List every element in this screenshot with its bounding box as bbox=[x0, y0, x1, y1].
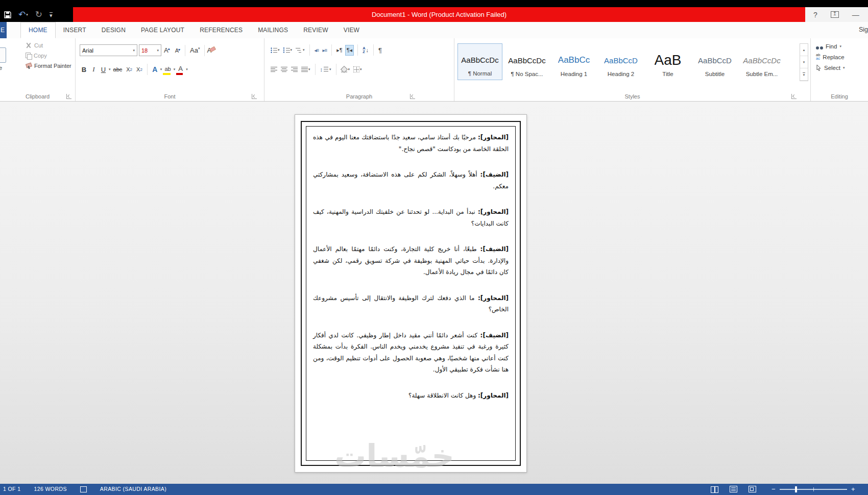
align-left-button[interactable] bbox=[270, 64, 278, 75]
clear-formatting-button[interactable]: A bbox=[207, 46, 211, 54]
paste-label-partial[interactable]: e bbox=[0, 65, 2, 71]
font-size-select[interactable]: 18▾ bbox=[139, 44, 161, 56]
doc-paragraph[interactable]: [الضيف]: كنت أشعر دائمًا أنني مقيد داخل … bbox=[313, 330, 509, 376]
font-color-dropdown-icon[interactable]: ▾ bbox=[186, 67, 188, 71]
format-painter-button[interactable]: Format Painter bbox=[26, 63, 71, 69]
help-button[interactable]: ? bbox=[813, 11, 817, 18]
minimize-button[interactable]: — bbox=[852, 11, 859, 18]
bold-button[interactable]: B bbox=[80, 64, 88, 75]
styles-scroll-up-icon[interactable]: ▲ bbox=[800, 44, 808, 56]
font-name-select[interactable]: Arial▾ bbox=[80, 44, 137, 56]
doc-paragraph[interactable]: [الضيف]: أهلاً وسهلاً، الشكر لكم على هذه… bbox=[313, 169, 509, 192]
style-subtle-emphasis[interactable]: AaBbCcDcSubtle Em... bbox=[739, 43, 784, 80]
page-border-outer: [المحاور]: مرحبًا بك أستاذ سامي، سعيد جد… bbox=[301, 121, 521, 466]
subscript-button[interactable]: X2 bbox=[125, 64, 134, 75]
text-effects-button[interactable]: A bbox=[151, 64, 159, 75]
undo-button[interactable]: ↶▾ bbox=[18, 10, 28, 19]
doc-paragraph[interactable]: [المحاور]: مرحبًا بك أستاذ سامي، سعيد جد… bbox=[313, 132, 509, 155]
change-case-button[interactable]: Aa▾ bbox=[187, 46, 202, 54]
format-painter-label: Format Painter bbox=[34, 63, 71, 69]
style-title[interactable]: AaBTitle bbox=[645, 43, 690, 80]
style-sample: AaBbCcD bbox=[604, 51, 638, 70]
highlight-button[interactable]: ab bbox=[163, 64, 172, 75]
zoom-out-button[interactable]: − bbox=[771, 485, 776, 493]
tab-home[interactable]: HOME bbox=[20, 22, 56, 38]
zoom-slider[interactable] bbox=[780, 489, 847, 490]
line-spacing-button[interactable]: ↕▾ bbox=[319, 64, 332, 75]
paste-icon[interactable] bbox=[0, 47, 6, 63]
proofing-status-icon[interactable] bbox=[80, 486, 87, 492]
tab-view[interactable]: VIEW bbox=[336, 22, 367, 38]
show-hide-marks-button[interactable]: ¶ bbox=[377, 45, 383, 56]
superscript-button[interactable]: X2 bbox=[135, 64, 144, 75]
doc-paragraph[interactable]: [الضيف]: طبعًا، أنا خريج كلية التجارة، و… bbox=[313, 243, 509, 278]
copy-button[interactable]: Copy bbox=[26, 53, 71, 59]
numbering-button[interactable]: ▾ bbox=[282, 45, 294, 56]
underline-dropdown-icon[interactable]: ▾ bbox=[109, 67, 111, 71]
tab-design[interactable]: DESIGN bbox=[94, 22, 133, 38]
sort-button[interactable]: AZ↓ bbox=[361, 45, 370, 56]
doc-paragraph[interactable]: [المحاور]: وهل كانت الانطلاقة سهلة؟ bbox=[313, 390, 509, 402]
multilevel-list-button[interactable]: ▾ bbox=[295, 45, 306, 56]
text-effects-dropdown-icon[interactable]: ▾ bbox=[160, 67, 162, 71]
underline-button[interactable]: U bbox=[99, 64, 108, 75]
zoom-control: − + bbox=[771, 485, 855, 493]
bullets-button[interactable]: ▾ bbox=[270, 45, 281, 56]
style-heading2[interactable]: AaBbCcDHeading 2 bbox=[598, 43, 643, 80]
replace-label: Replace bbox=[823, 54, 844, 60]
word-count[interactable]: 126 WORDS bbox=[34, 486, 67, 492]
tab-review[interactable]: REVIEW bbox=[296, 22, 336, 38]
redo-button[interactable]: ↻ bbox=[35, 10, 42, 19]
shrink-font-button[interactable]: A▾ bbox=[173, 47, 183, 54]
shading-button[interactable]: ▾ bbox=[340, 64, 351, 75]
read-mode-icon[interactable] bbox=[711, 486, 718, 492]
window-title: Document1 - Word (Product Activation Fai… bbox=[372, 11, 507, 18]
replace-button[interactable]: abacReplace bbox=[816, 54, 845, 60]
font-color-button[interactable]: A bbox=[176, 64, 185, 75]
align-right-button[interactable] bbox=[290, 64, 299, 75]
save-icon[interactable] bbox=[4, 11, 11, 18]
align-center-button[interactable] bbox=[280, 64, 288, 75]
styles-scroll-down-icon[interactable]: ▼ bbox=[800, 56, 808, 68]
tab-file-partial[interactable]: E bbox=[0, 22, 7, 38]
rtl-direction-button[interactable]: ¶◂ bbox=[345, 45, 354, 56]
style-sample: AaBbCcD bbox=[698, 51, 732, 70]
select-dropdown-icon: ▾ bbox=[843, 66, 845, 70]
style-subtitle[interactable]: AaBbCcDSubtitle bbox=[692, 43, 737, 80]
find-button[interactable]: Find▾ bbox=[816, 43, 845, 50]
justify-button[interactable]: ▾ bbox=[300, 64, 311, 75]
tab-insert[interactable]: INSERT bbox=[56, 22, 94, 38]
tab-mailings[interactable]: MAILINGS bbox=[250, 22, 296, 38]
language-status[interactable]: ARABIC (SAUDI ARABIA) bbox=[100, 486, 166, 492]
ribbon-display-options-icon[interactable] bbox=[831, 11, 839, 18]
styles-more-icon[interactable]: ▼ bbox=[800, 68, 808, 81]
web-layout-icon[interactable] bbox=[749, 486, 756, 492]
select-button[interactable]: Select▾ bbox=[816, 64, 845, 71]
style-normal[interactable]: AaBbCcDc¶ Normal bbox=[457, 43, 502, 80]
sign-in-link-partial[interactable]: Sig bbox=[859, 26, 868, 33]
italic-button[interactable]: I bbox=[89, 64, 98, 75]
page-count[interactable]: 1 OF 1 bbox=[3, 486, 21, 492]
subscript-icon: X bbox=[126, 66, 130, 72]
ltr-direction-button[interactable]: ▸¶ bbox=[335, 45, 343, 56]
zoom-slider-thumb[interactable] bbox=[795, 486, 797, 492]
tab-references[interactable]: REFERENCES bbox=[192, 22, 250, 38]
cut-button[interactable]: Cut bbox=[26, 42, 71, 48]
style-sample: AaBbCcDc bbox=[461, 50, 498, 69]
tab-page-layout[interactable]: PAGE LAYOUT bbox=[133, 22, 192, 38]
highlight-dropdown-icon[interactable]: ▾ bbox=[174, 67, 176, 71]
print-layout-icon[interactable] bbox=[730, 486, 737, 492]
undo-dropdown-icon[interactable]: ▾ bbox=[26, 13, 28, 16]
decrease-indent-button[interactable]: ◂≡ bbox=[314, 45, 320, 56]
grow-font-button[interactable]: A▴ bbox=[161, 46, 173, 54]
doc-paragraph[interactable]: [المحاور]: نبدأ من البداية... لو تحدثنا … bbox=[313, 206, 509, 229]
zoom-in-button[interactable]: + bbox=[851, 485, 855, 493]
doc-paragraph[interactable]: [المحاور]: ما الذي دفعك لترك الوظيفة وال… bbox=[313, 292, 509, 315]
strikethrough-button[interactable]: abc bbox=[112, 64, 124, 75]
document-page[interactable]: [المحاور]: مرحبًا بك أستاذ سامي، سعيد جد… bbox=[295, 114, 527, 473]
borders-button[interactable]: ▾ bbox=[352, 64, 363, 75]
increase-indent-button[interactable]: ▸≡ bbox=[321, 45, 328, 56]
customize-qat-button[interactable]: ▾ bbox=[50, 12, 53, 17]
style-heading1[interactable]: AaBbCcHeading 1 bbox=[551, 43, 596, 80]
style-no-spacing[interactable]: AaBbCcDc¶ No Spac... bbox=[504, 43, 549, 80]
